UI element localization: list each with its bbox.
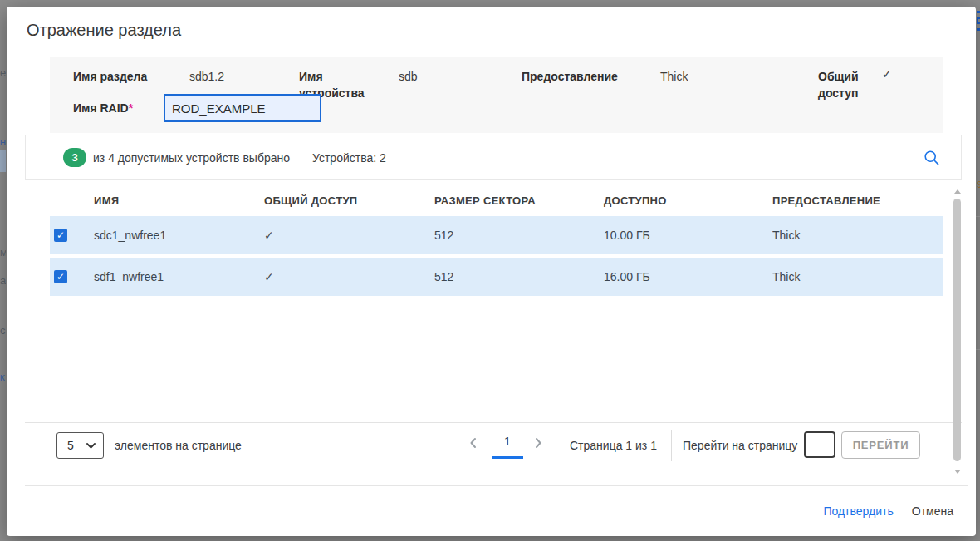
page-info-text: Страница 1 из 1 — [570, 439, 657, 452]
backdrop-text-fragment: а — [0, 274, 6, 287]
column-header-sector-size: РАЗМЕР СЕКТОРА — [434, 194, 604, 207]
partition-name-value: sdb1.2 — [189, 70, 224, 83]
footer-divider — [25, 485, 968, 486]
pagination-bar: 5 элементов на странице 1 Страница 1 из … — [25, 422, 962, 474]
raid-name-label: Имя RAID* — [73, 100, 133, 116]
search-icon[interactable] — [923, 149, 941, 167]
mirror-partition-dialog: Отражение раздела Имя раздела sdb1.2 Имя… — [7, 7, 976, 536]
confirm-button[interactable]: Подтвердить — [823, 504, 893, 518]
table-row[interactable]: ✓ sdc1_nwfree1 ✓ 512 10.00 ГБ Thick — [50, 216, 943, 254]
provisioning-value: Thick — [660, 70, 688, 83]
backdrop-text-fragment: 9 — [977, 180, 980, 189]
provisioning: Thick — [772, 270, 943, 283]
backdrop-line — [976, 416, 980, 416]
next-page-button[interactable] — [532, 436, 545, 450]
provisioning: Thick — [772, 229, 943, 242]
backdrop-text-fragment: м — [0, 246, 6, 258]
required-asterisk: * — [129, 101, 133, 115]
divider — [671, 430, 672, 461]
selected-count-badge: 3 — [63, 148, 86, 167]
backdrop-line — [976, 125, 980, 125]
raid-name-input[interactable] — [164, 94, 321, 122]
sector-size: 512 — [434, 270, 604, 283]
devices-table: ИМЯ ОБЩИЙ ДОСТУП РАЗМЕР СЕКТОРА ДОСТУПНО… — [50, 184, 943, 299]
check-icon: ✓ — [56, 230, 65, 240]
partition-name-label: Имя раздела — [73, 68, 147, 85]
available-size: 16.00 ГБ — [604, 270, 772, 283]
selection-summary-text: из 4 допустимых устройств выбрано — [93, 151, 290, 165]
provisioning-label: Предоставление — [522, 68, 618, 85]
page-number[interactable]: 1 — [492, 435, 523, 448]
vertical-scrollbar[interactable] — [953, 184, 961, 477]
backdrop-text-fragment: с — [0, 324, 6, 337]
backdrop-fragment — [977, 11, 980, 13]
device-name: sdc1_nwfree1 — [94, 229, 264, 242]
table-row[interactable]: ✓ sdf1_nwfree1 ✓ 512 16.00 ГБ Thick — [50, 258, 943, 296]
column-header-available: ДОСТУПНО — [604, 194, 772, 207]
dialog-title: Отражение раздела — [27, 21, 181, 40]
backdrop-text-fragment: н — [0, 135, 6, 148]
shared-check-icon: ✓ — [882, 67, 892, 81]
backdrop-line — [976, 349, 980, 350]
device-name: sdf1_nwfree1 — [94, 270, 264, 283]
available-size: 10.00 ГБ — [604, 229, 772, 242]
shared-check-icon: ✓ — [264, 229, 434, 242]
sector-size: 512 — [434, 229, 604, 242]
page-size-select[interactable]: 5 — [56, 432, 104, 459]
check-icon: ✓ — [56, 272, 65, 282]
items-per-page-label: элементов на странице — [115, 439, 242, 452]
partition-summary-form: Имя раздела sdb1.2 Имя устройства sdb Пр… — [50, 57, 943, 133]
goto-page-input[interactable] — [804, 431, 835, 458]
shared-check-icon: ✓ — [264, 270, 434, 283]
column-header-name: ИМЯ — [94, 194, 264, 207]
backdrop-line — [976, 216, 980, 217]
device-name-value: sdb — [399, 70, 418, 83]
scrollbar-thumb[interactable] — [953, 199, 961, 461]
goto-page-label: Перейти на страницу — [683, 439, 797, 452]
column-header-shared: ОБЩИЙ ДОСТУП — [264, 194, 434, 207]
backdrop-fragment — [977, 28, 980, 31]
row-checkbox[interactable]: ✓ — [54, 229, 67, 242]
prev-page-button[interactable] — [467, 436, 480, 450]
backdrop-text-fragment: e — [0, 66, 6, 79]
devices-count-text: Устройства: 2 — [312, 151, 386, 165]
dialog-footer: Подтвердить Отмена — [823, 504, 953, 518]
cancel-button[interactable]: Отмена — [912, 504, 953, 518]
chevron-down-icon — [86, 443, 96, 449]
table-header: ИМЯ ОБЩИЙ ДОСТУП РАЗМЕР СЕКТОРА ДОСТУПНО… — [50, 184, 943, 216]
backdrop-fragment — [977, 17, 980, 24]
current-page-underline — [492, 456, 523, 459]
shared-access-label: Общий доступ — [818, 68, 868, 101]
backdrop-highlight — [0, 150, 6, 172]
scroll-down-arrow-icon[interactable] — [954, 470, 961, 474]
backdrop-line — [976, 283, 980, 283]
scroll-up-arrow-icon[interactable] — [954, 189, 961, 194]
row-checkbox[interactable]: ✓ — [54, 270, 67, 283]
column-header-provisioning: ПРЕДОСТАВЛЕНИЕ — [772, 194, 943, 207]
backdrop-text-fragment: к — [0, 371, 6, 383]
goto-page-button[interactable]: ПЕРЕЙТИ — [841, 431, 920, 459]
selection-bar: 3 из 4 допустимых устройств выбрано Устр… — [25, 135, 962, 180]
page-size-value: 5 — [67, 439, 74, 452]
